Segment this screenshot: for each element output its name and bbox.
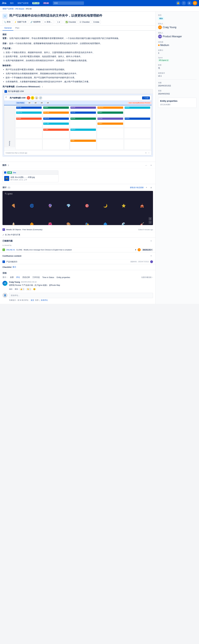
linked-issues-add-icon[interactable]: ＋ [149,239,153,243]
separator: | [29,299,30,301]
linked-issue-item: S ONLINE-91 CLONE - Modify error message… [0,247,155,252]
tab-general[interactable]: General [3,26,13,30]
count-button[interactable]: 1 ▾ [56,20,61,24]
whiteboard-title: 用户故事地图 USM [8,90,24,93]
sm-card: 导入规则 [43,128,69,131]
rp-assignee-field: 经办人 CY Craig Young [158,22,196,29]
attachment-more-icon[interactable]: ··· [144,164,148,167]
sm-card: 标记已读 [97,118,123,120]
comment-input[interactable]: 添加评论... [9,293,153,298]
add-button[interactable]: ✏ 添加... [43,20,53,24]
confluence-content-section: Confluence content ＋ C 产品功能演示 更新时间：2021年… [0,252,155,264]
attachment-count: 1 [8,164,9,166]
filter-comment[interactable]: 评论 [16,276,21,279]
confluence-page-name[interactable]: 产品功能演示 [6,260,129,263]
checklist2-icon: ☑ [80,21,81,23]
filter-time-status[interactable]: Time in Status [42,276,55,279]
nav-board[interactable]: IPD-129 [31,2,41,5]
rp-story-points-field: 故事分 3 [158,49,196,54]
wb-footer-icons: ＋ － [145,152,150,154]
nav-project-name[interactable]: 保险产品研发 [16,1,30,5]
sm-cell-0-2: 自动分类 手动分类 [70,106,97,117]
design-icon-item: 🔷 [97,216,114,225]
nav-search-input[interactable] [53,2,84,5]
design-footer: F Metallic 3D Objects - Free Version (Co… [0,227,155,232]
design-icon-item: 🎨 [60,216,77,225]
design-icon-item: 💎 [60,197,77,214]
wb-footer-text: Created less than a minute ago [6,152,27,154]
design-expand-plus[interactable]: ＋ [149,217,152,220]
link-issue-button[interactable]: 🔗 链接事务 [29,20,42,24]
sprint-badge[interactable]: IPD Sprint 12 [158,59,169,62]
design-expand-jira-link[interactable]: ⤢ 在 Jira 中进行扩展 [0,232,155,237]
checklist-section: Checklist 显示 [0,264,155,270]
design-add-icon[interactable]: ＋ [145,186,148,189]
delete-comment-link[interactable]: 删除 [15,288,18,290]
rp-status-value[interactable]: 待办 [158,17,164,20]
priority-indicator [158,44,160,46]
settings-icon[interactable]: ⚙ [187,1,191,5]
rp-labels-value[interactable]: 无 [158,67,196,70]
attach-button[interactable]: 📎 附加 [3,20,12,24]
attachment-add-icon[interactable]: ＋ [149,164,153,167]
checklist2-button[interactable]: ☑ Checklist [78,20,91,24]
sm-cell-2-2: 批量处理 [70,128,97,139]
zoom-out-icon[interactable]: ＋ [145,152,147,154]
checklist1-button[interactable]: ✅ Checklist [64,20,77,24]
filter-all[interactable]: 全部 [9,276,14,279]
issue-toolbar: 📎 附加 ⚡ 创建子任务 🔗 链接事务 ✏ 添加... 1 [0,19,155,26]
rp-assignee-name[interactable]: Craig Young [163,26,176,29]
breadcrumb-board[interactable]: IPD Board [15,8,24,10]
edit-comment-link[interactable]: 编辑 [9,288,13,290]
filter-history[interactable]: 历史记录 [22,276,31,279]
rp-reporter-name[interactable]: Product Manager [163,35,182,38]
acceptance-list: 用户可以在设置中配置分类规则，并能够成功保存和管理这些规则。 当用户收到符合分类… [3,68,153,84]
breadcrumb-project[interactable]: 保险产品研发 [3,8,14,10]
create-subtask-button[interactable]: ⚡ 创建子任务 [13,20,28,24]
share-icon: ↗ [143,97,145,99]
issue-status-badge[interactable]: BACKLOG ▾ [142,249,153,251]
design-icon-item: 🌙 [97,197,114,214]
design-chevron-icon[interactable]: ∧ [149,186,153,189]
submit-comment-button[interactable]: 提交 [31,299,34,301]
entity-properties-title: Entity properties [160,100,194,102]
confluence-add-icon[interactable]: ＋ [149,254,153,258]
nav-issue-badge[interactable]: IPD-88 [42,2,50,5]
share-button[interactable]: ↗ 共享 [142,96,150,100]
checklist-show-link[interactable]: 显示 [13,266,16,268]
comment-body: Craig Young 2024年5月9日 00:18 请帮我 Review 下… [9,281,153,291]
comment-placeholder: 添加评论... [11,294,20,297]
rp-priority-label: 优先级 [158,41,196,43]
sm-cell-3-1 [43,139,69,150]
post-comment-button[interactable]: 发表评论 [41,299,48,301]
get-design-status-button[interactable]: 获取设计状态更新 [130,186,144,189]
nav-projects[interactable]: 项目 [9,1,15,5]
design-header: 设计 (1) 获取设计状态更新 ＋ ∧ [0,184,155,191]
reaction-thumbsup[interactable]: 👍 1 [19,288,25,290]
help-icon[interactable]: ? [181,1,186,5]
crm-button[interactable]: Crmble [92,20,101,24]
notifications-icon[interactable]: 🔔 [176,1,180,5]
rp-fix-version-value[interactable]: v2.1 [158,75,196,77]
tab-plan[interactable]: Plan [13,26,21,30]
sm-cell-2-1: 导入规则 [43,128,69,139]
zoom-in-icon[interactable]: － [148,152,150,154]
user-avatar[interactable]: CY [193,1,197,5]
attachment-jira-item: 全新 Jira 📷 全新 Jira 从进队……·封面.jpg 09 5 2024… [0,169,155,184]
issue-type-icon: 📧 [3,14,8,19]
design-icon-item: 🔮 [42,197,59,214]
design-expand-minus[interactable]: － [149,221,152,224]
filter-worklog[interactable]: 工作日志 [32,276,40,279]
sm-card: 发件人规则 [43,122,69,125]
jira-attach-info: 全新 Jira 从进队……·封面.jpg 09 5 2024, 12:11 上午 [11,176,57,181]
rp-priority-field: 优先级 Medium [158,41,196,46]
add-reaction-icon[interactable]: 😊 [33,287,36,291]
reaction-wave[interactable]: 👋 1 [26,288,32,290]
comment-author-name: Craig Young [9,281,20,283]
newest-toggle[interactable]: 先显示最旧的 ↑ [141,276,153,278]
list-item: 当用户收到符合分类规则的新邮件时，系统能够自动将其分类到正确的文件夹中。 [6,72,153,75]
attachment-date: 09 5 2024, 12:11 上午 [11,179,57,181]
filter-entity-props[interactable]: Entity properties [56,276,71,279]
issue-key[interactable]: ONLINE-91 [6,249,15,251]
rp-story-points-value[interactable]: 3 [158,52,196,54]
